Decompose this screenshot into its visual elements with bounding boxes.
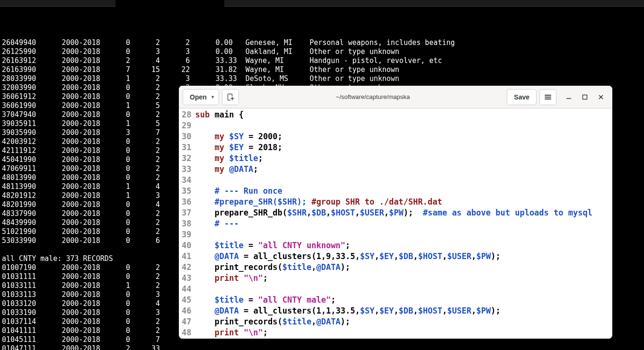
terminal-tabbar (0, 0, 644, 7)
minimize-icon (566, 94, 572, 100)
editor-body[interactable]: 28 29 30 31 32 33 34 35 36 37 38 39 40 4… (179, 108, 612, 339)
save-button-label: Save (514, 93, 529, 101)
save-button[interactable]: Save (507, 89, 537, 105)
line-number-gutter: 28 29 30 31 32 33 34 35 36 37 38 39 40 4… (179, 108, 195, 339)
text-editor-window: Open ▾ ~/software/capture/mapska Save (179, 86, 612, 339)
close-icon (598, 94, 604, 100)
window-controls (559, 92, 609, 102)
close-button[interactable] (596, 92, 606, 102)
hamburger-icon (544, 93, 552, 101)
terminal-tab[interactable] (115, 0, 224, 7)
editor-title: ~/software/capture/mapska (242, 93, 504, 100)
editor-titlebar[interactable]: Open ▾ ~/software/capture/mapska Save (179, 86, 612, 108)
hamburger-menu-button[interactable] (539, 89, 556, 105)
svg-rect-2 (583, 95, 587, 99)
minimize-button[interactable] (564, 92, 573, 102)
open-button-label: Open (190, 93, 207, 101)
maximize-button[interactable] (580, 92, 590, 102)
new-document-button[interactable] (222, 89, 239, 105)
code-area[interactable]: sub main { my $SY = 2000; my $EY = 2018;… (195, 108, 612, 339)
open-button[interactable]: Open ▾ (183, 89, 219, 105)
maximize-icon (582, 94, 588, 100)
chevron-down-icon: ▾ (212, 94, 214, 99)
new-document-icon (227, 93, 234, 101)
